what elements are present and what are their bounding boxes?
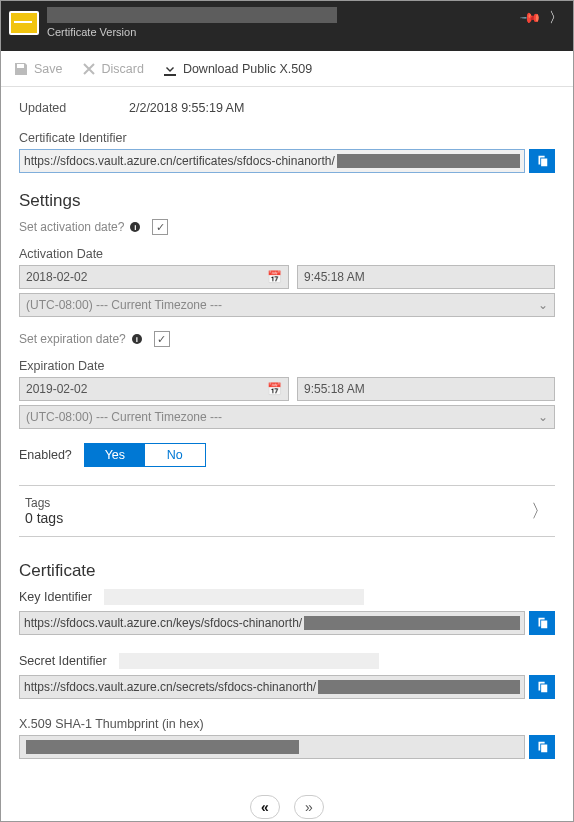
secret-id-input[interactable]: https://sfdocs.vault.azure.cn/secrets/sf… [19, 675, 525, 699]
updated-row: Updated 2/2/2018 9:55:19 AM [19, 101, 555, 115]
save-label: Save [34, 62, 63, 76]
expiration-time-value: 9:55:18 AM [304, 382, 365, 396]
copy-secret-id-button[interactable] [529, 675, 555, 699]
redacted-segment [318, 680, 520, 694]
tags-count: 0 tags [25, 510, 63, 526]
info-icon[interactable]: i [132, 334, 142, 344]
enabled-label: Enabled? [19, 448, 72, 462]
thumbprint-label: X.509 SHA-1 Thumbprint (in hex) [19, 717, 555, 731]
copy-thumbprint-button[interactable] [529, 735, 555, 759]
copy-icon [535, 740, 549, 754]
discard-button[interactable]: Discard [81, 61, 144, 77]
activation-date-label: Activation Date [19, 247, 555, 261]
cert-id-input[interactable]: https://sfdocs.vault.azure.cn/certificat… [19, 149, 525, 173]
redacted-segment [26, 740, 299, 754]
save-icon [13, 61, 29, 77]
activation-checkbox[interactable]: ✓ [152, 219, 168, 235]
activation-question-row: Set activation date? i ✓ [19, 219, 555, 235]
ghost-bar [119, 653, 379, 669]
ghost-bar [104, 589, 364, 605]
activation-timezone-select[interactable]: (UTC-08:00) --- Current Timezone --- ⌄ [19, 293, 555, 317]
key-id-input[interactable]: https://sfdocs.vault.azure.cn/keys/sfdoc… [19, 611, 525, 635]
expiration-time-input[interactable]: 9:55:18 AM [297, 377, 555, 401]
copy-key-id-button[interactable] [529, 611, 555, 635]
close-icon [81, 61, 97, 77]
secret-id-text: https://sfdocs.vault.azure.cn/secrets/sf… [24, 680, 316, 694]
secret-id-row: https://sfdocs.vault.azure.cn/secrets/sf… [19, 675, 555, 699]
tags-row[interactable]: Tags 0 tags 〉 [19, 485, 555, 537]
expiration-date-input[interactable]: 2019-02-02 📅 [19, 377, 289, 401]
pager-controls: « » [250, 795, 324, 819]
redacted-segment [304, 616, 520, 630]
key-id-text: https://sfdocs.vault.azure.cn/keys/sfdoc… [24, 616, 302, 630]
download-button[interactable]: Download Public X.509 [162, 61, 312, 77]
discard-label: Discard [102, 62, 144, 76]
expiration-tz-value: (UTC-08:00) --- Current Timezone --- [26, 410, 222, 424]
secret-id-label: Secret Identifier [19, 654, 107, 668]
copy-icon [535, 616, 549, 630]
expiration-checkbox[interactable]: ✓ [154, 331, 170, 347]
content: Updated 2/2/2018 9:55:19 AM Certificate … [1, 87, 573, 821]
key-id-label: Key Identifier [19, 590, 92, 604]
activation-time-value: 9:45:18 AM [304, 270, 365, 284]
expiration-timezone-select[interactable]: (UTC-08:00) --- Current Timezone --- ⌄ [19, 405, 555, 429]
enabled-toggle[interactable]: Yes No [84, 443, 206, 467]
enabled-row: Enabled? Yes No [19, 443, 555, 467]
download-icon [162, 61, 178, 77]
info-icon[interactable]: i [130, 222, 140, 232]
activation-date-input[interactable]: 2018-02-02 📅 [19, 265, 289, 289]
pager-next-button[interactable]: » [294, 795, 324, 819]
redacted-segment [337, 154, 520, 168]
calendar-icon: 📅 [267, 382, 282, 396]
cert-id-text: https://sfdocs.vault.azure.cn/certificat… [24, 154, 335, 168]
download-label: Download Public X.509 [183, 62, 312, 76]
copy-icon [535, 680, 549, 694]
calendar-icon: 📅 [267, 270, 282, 284]
updated-label: Updated [19, 101, 129, 115]
tags-label: Tags [25, 496, 63, 510]
cert-id-label: Certificate Identifier [19, 131, 555, 145]
save-button[interactable]: Save [13, 61, 63, 77]
chevron-right-icon: 〉 [531, 499, 549, 523]
activation-time-input[interactable]: 9:45:18 AM [297, 265, 555, 289]
activation-tz-value: (UTC-08:00) --- Current Timezone --- [26, 298, 222, 312]
enabled-yes-button[interactable]: Yes [85, 444, 145, 466]
thumbprint-row [19, 735, 555, 759]
key-id-label-row: Key Identifier [19, 589, 555, 605]
chevron-right-icon[interactable]: 〉 [549, 9, 563, 27]
certificate-icon [9, 11, 39, 35]
expiration-date-value: 2019-02-02 [26, 382, 87, 396]
settings-heading: Settings [19, 191, 555, 211]
tags-left: Tags 0 tags [25, 496, 63, 526]
toolbar: Save Discard Download Public X.509 [1, 51, 573, 87]
header-title-redacted [47, 7, 337, 23]
header-subtitle: Certificate Version [47, 26, 565, 38]
thumbprint-input[interactable] [19, 735, 525, 759]
key-id-row: https://sfdocs.vault.azure.cn/keys/sfdoc… [19, 611, 555, 635]
blade-header: Certificate Version 📌 〉 [1, 1, 573, 51]
certificate-heading: Certificate [19, 561, 555, 581]
cert-id-row: https://sfdocs.vault.azure.cn/certificat… [19, 149, 555, 173]
chevron-down-icon: ⌄ [538, 410, 548, 424]
updated-value: 2/2/2018 9:55:19 AM [129, 101, 244, 115]
expiration-question-row: Set expiration date? i ✓ [19, 331, 555, 347]
activation-date-value: 2018-02-02 [26, 270, 87, 284]
enabled-no-button[interactable]: No [145, 444, 205, 466]
activation-date-row: 2018-02-02 📅 9:45:18 AM [19, 265, 555, 289]
chevron-down-icon: ⌄ [538, 298, 548, 312]
copy-cert-id-button[interactable] [529, 149, 555, 173]
expiration-date-row: 2019-02-02 📅 9:55:18 AM [19, 377, 555, 401]
copy-icon [535, 154, 549, 168]
pager-prev-button[interactable]: « [250, 795, 280, 819]
secret-id-label-row: Secret Identifier [19, 653, 555, 669]
header-title-block: Certificate Version [47, 7, 565, 38]
expiration-date-label: Expiration Date [19, 359, 555, 373]
activation-question-label: Set activation date? [19, 220, 124, 234]
expiration-question-label: Set expiration date? [19, 332, 126, 346]
